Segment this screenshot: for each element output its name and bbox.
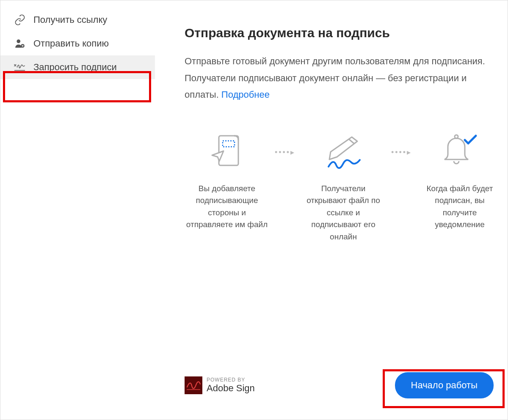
step-text: Получатели открывают файл по ссылке и по… — [301, 183, 386, 243]
powered-by-brand: Adobe Sign — [207, 383, 255, 393]
signature-icon — [14, 61, 26, 73]
main-content: Отправка документа на подпись Отправьте … — [155, 0, 508, 420]
sidebar-item-label: Отправить копию — [33, 38, 109, 49]
svg-point-4 — [455, 135, 458, 138]
powered-by-label: POWERED BY — [207, 377, 255, 383]
bell-check-icon — [417, 129, 502, 175]
svg-rect-3 — [223, 141, 235, 147]
arrow-icon: ••••▸ — [390, 129, 413, 157]
footer: POWERED BY Adobe Sign Начало работы — [185, 372, 502, 420]
step-text: Вы добавляете подписывающие стороны и от… — [185, 183, 269, 231]
step-add-signers: Вы добавляете подписывающие стороны и от… — [185, 129, 269, 231]
svg-point-0 — [17, 39, 20, 43]
sidebar-item-label: Запросить подписи — [33, 62, 117, 73]
description: Отправьте готовый документ другим пользо… — [185, 53, 489, 103]
arrow-icon: ••••▸ — [273, 129, 297, 157]
sidebar-item-request-signatures[interactable]: Запросить подписи — [0, 55, 155, 79]
step-text: Когда файл будет подписан, вы получите у… — [417, 183, 502, 231]
sidebar-item-label: Получить ссылку — [33, 14, 107, 25]
adobe-sign-logo-icon — [185, 376, 202, 394]
powered-by: POWERED BY Adobe Sign — [185, 376, 255, 394]
pen-sign-icon — [301, 129, 386, 175]
link-icon — [14, 14, 26, 26]
sidebar: Получить ссылку Отправить копию — [0, 0, 155, 420]
step-recipients-sign: Получатели открывают файл по ссылке и по… — [301, 129, 386, 243]
sidebar-item-send-copy[interactable]: Отправить копию — [0, 32, 155, 55]
step-notification: Когда файл будет подписан, вы получите у… — [417, 129, 502, 231]
document-send-icon — [185, 129, 269, 175]
start-button[interactable]: Начало работы — [395, 372, 494, 398]
person-add-icon — [14, 38, 26, 49]
steps-row: Вы добавляете подписывающие стороны и от… — [185, 129, 502, 243]
learn-more-link[interactable]: Подробнее — [221, 89, 270, 100]
page-title: Отправка документа на подпись — [185, 26, 502, 40]
sidebar-item-get-link[interactable]: Получить ссылку — [0, 8, 155, 32]
